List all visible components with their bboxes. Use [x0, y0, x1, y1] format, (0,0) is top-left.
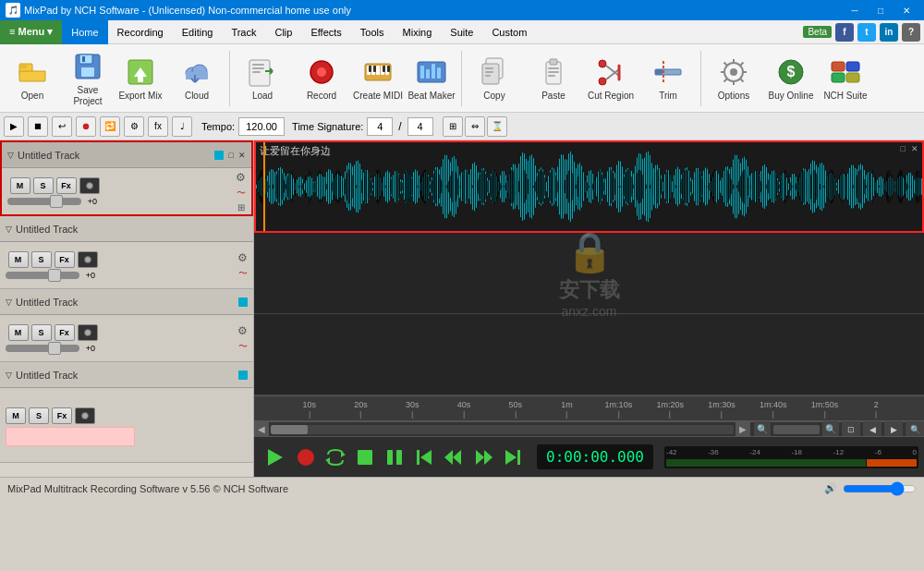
- maximize-button[interactable]: □: [869, 3, 893, 18]
- track-volume-slider-3[interactable]: [6, 345, 79, 352]
- ctrl-time-icon[interactable]: ⌛: [487, 116, 507, 137]
- export-mix-button[interactable]: Export Mix: [115, 47, 166, 110]
- facebook-icon[interactable]: f: [835, 23, 854, 42]
- transport-to-start-button[interactable]: [411, 444, 437, 470]
- track-fx-4[interactable]: Fx: [52, 407, 72, 424]
- transport-rewind-button[interactable]: [441, 444, 467, 470]
- scroll-track[interactable]: [271, 425, 734, 434]
- ctrl-metronome-icon[interactable]: ♩: [172, 116, 192, 137]
- menu-item-custom[interactable]: Custom: [482, 20, 536, 44]
- ctrl-record-icon[interactable]: ⏺: [76, 116, 96, 137]
- track-mute-1[interactable]: M: [10, 177, 30, 194]
- playhead[interactable]: [263, 142, 265, 231]
- menu-item-editing[interactable]: Editing: [173, 20, 223, 44]
- tempo-input[interactable]: [238, 117, 285, 136]
- nch-suite-button[interactable]: NCH Suite: [820, 47, 871, 110]
- ctrl-snap-icon[interactable]: ⇔: [465, 116, 485, 137]
- track-pan-knob-3[interactable]: [78, 324, 98, 341]
- trim-button[interactable]: Trim: [639, 47, 697, 110]
- transport-stop-button[interactable]: [352, 444, 378, 470]
- twitter-icon[interactable]: t: [857, 23, 876, 42]
- track-chevron-2[interactable]: ▽: [6, 225, 12, 234]
- track-volume-slider-1[interactable]: [7, 198, 81, 205]
- play-button[interactable]: [260, 443, 289, 472]
- buy-online-button[interactable]: $ Buy Online: [764, 47, 818, 110]
- create-midi-button[interactable]: Create MIDI: [352, 47, 404, 110]
- waveform-close-1[interactable]: ✕: [911, 144, 918, 153]
- transport-to-end-button[interactable]: [500, 444, 526, 470]
- track-wave-icon-2[interactable]: 〜: [238, 267, 248, 280]
- track-pan-knob-4[interactable]: [75, 407, 95, 424]
- close-button[interactable]: ✕: [894, 3, 918, 18]
- waveform-expand-1[interactable]: □: [901, 144, 906, 153]
- help-icon[interactable]: ?: [902, 23, 920, 42]
- ctrl-play-icon[interactable]: ▶: [4, 116, 24, 137]
- track-settings-icon-1[interactable]: ⚙: [236, 171, 246, 184]
- track-fx-3[interactable]: Fx: [55, 324, 75, 341]
- zoom-slider-btn[interactable]: [773, 425, 820, 434]
- menu-button[interactable]: ≡ Menu ▾: [0, 20, 62, 44]
- cloud-button[interactable]: Cloud: [168, 47, 225, 110]
- record-button[interactable]: Record: [293, 47, 350, 110]
- menu-item-tools[interactable]: Tools: [351, 20, 394, 44]
- menu-item-effects[interactable]: Effects: [301, 20, 350, 44]
- scroll-right-btn[interactable]: ▶: [736, 422, 750, 437]
- track-close-1[interactable]: ✕: [238, 151, 246, 160]
- copy-button[interactable]: Copy: [466, 47, 523, 110]
- open-button[interactable]: Open: [4, 47, 61, 110]
- transport-record-button[interactable]: [293, 444, 319, 470]
- track-chevron-3[interactable]: ▽: [6, 298, 12, 307]
- cut-region-button[interactable]: Cut Region: [584, 47, 638, 110]
- load-button[interactable]: Load: [234, 47, 291, 110]
- track-settings-icon-3[interactable]: ⚙: [237, 324, 248, 337]
- beat-maker-button[interactable]: Beat Maker: [406, 47, 457, 110]
- scroll-left-btn[interactable]: ◀: [254, 422, 269, 437]
- ctrl-stop-icon[interactable]: ⏹: [28, 116, 48, 137]
- ctrl-loop-icon[interactable]: 🔁: [100, 116, 120, 137]
- track-volume-slider-2[interactable]: [6, 272, 79, 279]
- track-settings-icon-2[interactable]: ⚙: [237, 251, 248, 264]
- menu-item-suite[interactable]: Suite: [441, 20, 482, 44]
- track-wave-icon-3[interactable]: 〜: [238, 340, 248, 353]
- track-mute-3[interactable]: M: [8, 324, 29, 341]
- paste-button[interactable]: Paste: [525, 47, 582, 110]
- linkedin-icon[interactable]: in: [880, 23, 898, 42]
- transport-pause-button[interactable]: [382, 444, 407, 470]
- track-waveform-2[interactable]: 🔒 安下载 anxz.com: [254, 233, 924, 314]
- time-sig-denominator[interactable]: [407, 117, 433, 136]
- track-expand-1[interactable]: □: [229, 151, 234, 160]
- track-waveform-3[interactable]: [254, 314, 924, 395]
- track-solo-4[interactable]: S: [29, 407, 49, 424]
- track-solo-1[interactable]: S: [33, 177, 54, 194]
- zoom-in-btn[interactable]: 🔍: [822, 421, 839, 438]
- track-pan-knob-1[interactable]: [79, 177, 100, 194]
- ctrl-rewind-icon[interactable]: ↩: [52, 116, 72, 137]
- track-solo-2[interactable]: S: [31, 251, 52, 268]
- options-button[interactable]: Options: [705, 47, 762, 110]
- menu-item-recording[interactable]: Recording: [108, 20, 173, 44]
- ctrl-settings-icon[interactable]: ⚙: [124, 116, 144, 137]
- track-chevron-4[interactable]: ▽: [6, 371, 12, 380]
- track-mute-2[interactable]: M: [8, 251, 29, 268]
- volume-icon[interactable]: 🔊: [824, 482, 837, 494]
- master-volume-slider[interactable]: [843, 482, 917, 495]
- track-wave-icon-1[interactable]: 〜: [237, 187, 246, 200]
- scroll-thumb[interactable]: [271, 425, 308, 434]
- track-chevron-1[interactable]: ▽: [7, 151, 14, 160]
- time-sig-numerator[interactable]: [367, 117, 393, 136]
- menu-item-home[interactable]: Home: [62, 20, 107, 44]
- ctrl-grid-icon[interactable]: ⊞: [443, 116, 463, 137]
- menu-item-mixing[interactable]: Mixing: [394, 20, 442, 44]
- transport-forward-button[interactable]: [470, 444, 496, 470]
- ctrl-fx-icon[interactable]: fx: [148, 116, 168, 137]
- track-pan-knob-2[interactable]: [78, 251, 98, 268]
- track-mute-4[interactable]: M: [6, 407, 26, 424]
- menu-item-track[interactable]: Track: [222, 20, 265, 44]
- track-waveform-1[interactable]: 让爱留在你身边 □ ✕: [254, 140, 924, 233]
- menu-item-clip[interactable]: Clip: [265, 20, 301, 44]
- transport-loop-button[interactable]: [322, 444, 348, 470]
- zoom-out-btn[interactable]: 🔍: [754, 421, 771, 438]
- minimize-button[interactable]: ─: [843, 3, 867, 18]
- track-solo-3[interactable]: S: [31, 324, 52, 341]
- track-fx-2[interactable]: Fx: [55, 251, 75, 268]
